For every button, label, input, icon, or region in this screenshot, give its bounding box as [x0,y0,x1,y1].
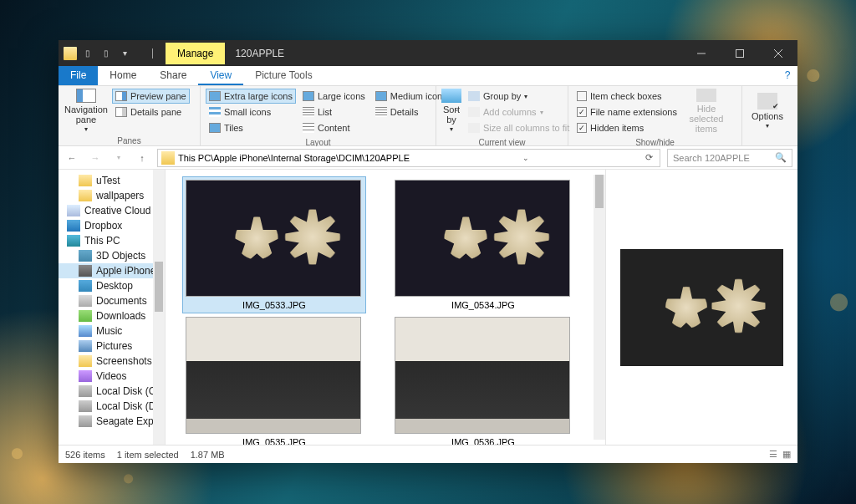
tree-item[interactable]: Dropbox [59,218,165,233]
refresh-button[interactable]: ⟳ [642,152,656,163]
tree-item-label: Local Disk (C:) [96,385,162,397]
file-item[interactable]: IMG_0535.JPG [182,313,366,445]
tree-item-icon [79,190,92,201]
up-button[interactable]: ↑ [134,153,150,163]
file-extensions-toggle[interactable]: ✓File name extensions [573,104,680,120]
tree-item[interactable]: Local Disk (C:) [59,384,165,399]
file-item[interactable]: IMG_0536.JPG [391,313,575,445]
contextual-tab-manage[interactable]: Manage [166,43,225,64]
tab-share[interactable]: Share [148,66,198,85]
search-input[interactable]: Search 120APPLE 🔍 [667,149,792,167]
tree-item[interactable]: Videos [59,369,165,384]
maximize-button[interactable] [721,40,759,66]
navigation-pane-button[interactable]: Navigation pane▾ [64,89,109,134]
add-columns-button[interactable]: Add columns ▾ [465,104,573,120]
tab-home[interactable]: Home [98,66,148,85]
window-title: 120APPLE [225,48,294,59]
forward-button[interactable]: → [87,153,104,163]
tree-item-icon [67,205,80,216]
thumbnail [186,317,361,434]
tree-item-icon [79,295,92,307]
navigation-tree[interactable]: uTestwallpapersCreative Cloud FilesDropb… [59,170,166,445]
tree-scrollbar[interactable] [153,170,165,445]
qat-button[interactable]: ▯ [99,44,114,63]
recent-dropdown[interactable]: ▾ [110,154,127,161]
small-icons-button[interactable]: Small icons [206,104,296,120]
path-dropdown[interactable]: ⌄ [519,154,532,162]
qat-separator: │ [145,44,160,63]
tree-item[interactable]: Seagate Expansion Drive [59,414,165,429]
tree-item[interactable]: Desktop [59,278,165,293]
size-all-columns-button[interactable]: Size all columns to fit [465,120,573,135]
tree-item-label: Documents [96,295,147,307]
tree-item[interactable]: Downloads [59,308,165,323]
tree-item-label: uTest [96,175,120,186]
file-grid[interactable]: IMG_0533.JPGIMG_0534.JPGIMG_0535.JPGIMG_… [166,170,605,445]
tree-item[interactable]: Pictures [59,339,165,354]
file-item[interactable]: IMG_0533.JPG [182,176,366,313]
tree-item[interactable]: Apple iPhone [59,263,165,278]
breadcrumb[interactable]: This PC\Apple iPhone\Internal Storage\DC… [157,149,660,167]
group-by-button[interactable]: Group by ▾ [465,89,573,104]
file-name: IMG_0533.JPG [186,300,363,310]
tree-item[interactable]: uTest [59,173,165,188]
grid-scrollbar[interactable] [594,175,605,440]
tree-item-label: Local Disk (D:) [96,400,162,412]
item-checkboxes-toggle[interactable]: Item check boxes [573,89,680,104]
tree-item[interactable]: Documents [59,293,165,308]
tab-file[interactable]: File [59,66,98,85]
sort-by-button[interactable]: Sort by▾ [441,89,461,134]
close-button[interactable] [759,40,797,66]
tree-item-icon [67,220,80,232]
preview-image [620,249,783,366]
tree-item-icon [79,310,92,322]
content-button[interactable]: Content [299,120,369,135]
help-icon[interactable]: ? [777,66,797,85]
folder-icon [161,151,175,165]
large-icons-button[interactable]: Large icons [299,89,369,104]
tree-item[interactable]: Local Disk (D:) [59,399,165,414]
hide-selected-button[interactable]: Hide selected items [684,89,729,134]
preview-pane-button[interactable]: Preview pane [112,89,190,104]
tree-item[interactable]: Music [59,323,165,339]
tab-picture-tools[interactable]: Picture Tools [243,66,324,85]
tree-item[interactable]: 3D Objects [59,248,165,263]
qat-dropdown[interactable]: ▾ [117,44,132,63]
minimize-button[interactable] [682,40,721,66]
tree-item-icon [79,325,92,337]
selection-count: 1 item selected [117,450,179,460]
tree-item[interactable]: Screenshots [59,354,165,369]
qat-button[interactable]: ▯ [80,44,95,63]
tree-item-label: Music [96,325,122,337]
tree-item-icon [67,235,80,247]
tree-item-label: Pictures [96,340,132,352]
tree-item-label: 3D Objects [96,250,145,262]
tiles-button[interactable]: Tiles [206,120,296,135]
back-button[interactable]: ← [64,153,80,163]
tree-item-label: Videos [96,370,126,382]
tree-item-label: This PC [84,235,120,247]
tree-item-icon [79,370,92,382]
options-button[interactable]: ✔ Options▾ [747,89,787,134]
tree-item-icon [79,400,92,412]
details-pane-button[interactable]: Details pane [112,104,190,120]
hidden-items-toggle[interactable]: ✓Hidden items [573,120,680,135]
titlebar[interactable]: ▯ ▯ ▾ │ Manage 120APPLE [59,40,797,66]
file-item[interactable]: IMG_0534.JPG [391,176,575,313]
tree-item-icon [79,265,92,277]
file-name: IMG_0534.JPG [395,300,572,310]
quick-access-toolbar: ▯ ▯ ▾ │ [59,44,166,63]
tree-item[interactable]: wallpapers [59,188,165,203]
tree-item-icon [79,340,92,352]
tree-item[interactable]: This PC [59,233,165,248]
list-button[interactable]: List [299,104,369,120]
address-bar: ← → ▾ ↑ This PC\Apple iPhone\Internal St… [59,146,797,170]
tree-item-label: Desktop [96,280,133,292]
extra-large-icons-button[interactable]: Extra large icons [206,89,296,104]
tree-item[interactable]: Creative Cloud Files [59,203,165,218]
tree-item-icon [79,280,92,292]
thumbnails-view-icon[interactable]: ▦ [782,449,791,460]
explorer-window: ▯ ▯ ▾ │ Manage 120APPLE File Home Share … [59,40,797,463]
details-view-icon[interactable]: ☰ [769,449,777,460]
tab-view[interactable]: View [198,66,243,85]
